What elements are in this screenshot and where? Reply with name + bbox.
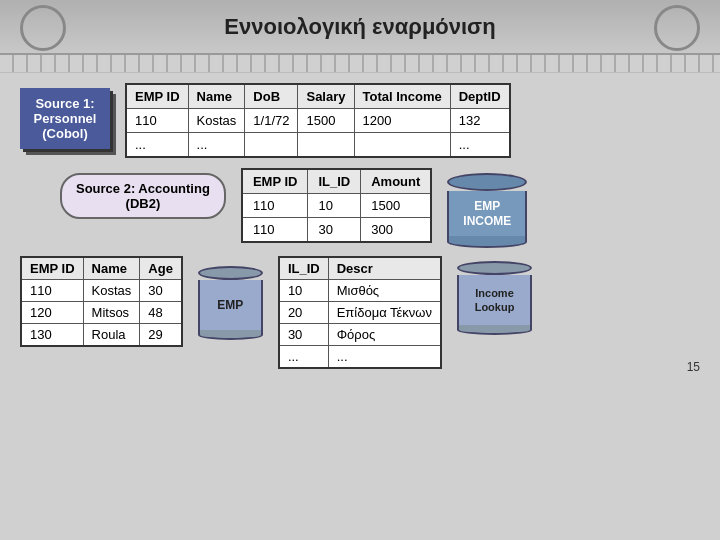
il-table-section: IL_ID Descr 10 Μισθός 20 Επίδομα Τέκνων … (278, 256, 442, 369)
table-row-dots: ... ... ... (126, 133, 510, 158)
col-deptid: DeptID (450, 84, 509, 109)
table-row: 110 10 1500 (242, 194, 431, 218)
table-row: 20 Επίδομα Τέκνων (279, 302, 441, 324)
col-amount: Amount (361, 169, 432, 194)
col-total-income: Total Income (354, 84, 450, 109)
table-row: 110 30 300 (242, 218, 431, 243)
table-row: 10 Μισθός (279, 280, 441, 302)
source1-table: EMP ID Name DoB Salary Total Income Dept… (125, 83, 511, 158)
income-lookup-cylinder: IncomeLookup (457, 261, 532, 335)
cyl-il-body: IncomeLookup (457, 275, 532, 325)
chain-decoration (0, 55, 720, 73)
source2-section: Source 2: Accounting (DB2) EMP ID IL_ID … (60, 168, 700, 248)
cyl-sm-body: EMP (198, 280, 263, 330)
col-name: Name (188, 84, 245, 109)
col-eid: EMP ID (21, 257, 83, 280)
table-row-dots: ... ... (279, 346, 441, 369)
col-ename: Name (83, 257, 140, 280)
table-row: 110 Kostas 30 (21, 280, 182, 302)
cylinder-bottom (447, 236, 527, 248)
page-title: Εννοιολογική εναρμόνιση (224, 14, 495, 40)
table-row: 30 Φόρος (279, 324, 441, 346)
table-row: 120 Mitsos 48 (21, 302, 182, 324)
bottom-row: EMP ID Name Age 110 Kostas 30 120 Mitsos… (20, 256, 700, 369)
source1-label: Source 1: Personnel (Cobol) (20, 88, 110, 149)
col-descr: Descr (328, 257, 441, 280)
il-table: IL_ID Descr 10 Μισθός 20 Επίδομα Τέκνων … (278, 256, 442, 369)
cyl-sm-bottom (198, 330, 263, 340)
emp-cyl-label: EMP (217, 298, 243, 312)
cyl-sm-top (198, 266, 263, 280)
cylinder-emp-income: EMPINCOME (447, 173, 527, 248)
cyl-il-top (457, 261, 532, 275)
top-bar: Εννοιολογική εναρμόνιση (0, 0, 720, 55)
income-lookup-label: IncomeLookup (475, 286, 515, 315)
source1-section: Source 1: Personnel (Cobol) EMP ID Name … (20, 83, 700, 158)
emp-small-table: EMP ID Name Age 110 Kostas 30 120 Mitsos… (20, 256, 183, 347)
col-age: Age (140, 257, 182, 280)
col-il-id2: IL_ID (279, 257, 328, 280)
emp-cylinder: EMP (198, 266, 263, 340)
col-emp-id: EMP ID (126, 84, 188, 109)
col-salary: Salary (298, 84, 354, 109)
cylinder-body: EMPINCOME (447, 191, 527, 236)
col-dob: DoB (245, 84, 298, 109)
table-row: 130 Roula 29 (21, 324, 182, 347)
page-number: 15 (687, 360, 700, 374)
source2-table: EMP ID IL_ID Amount 110 10 1500 110 30 3… (241, 168, 432, 243)
cyl-il-bottom (457, 325, 532, 335)
col-il-id: IL_ID (308, 169, 361, 194)
col-emp-id2: EMP ID (242, 169, 308, 194)
table-row: 110 Kostas 1/1/72 1500 1200 132 (126, 109, 510, 133)
main-content: Source 1: Personnel (Cobol) EMP ID Name … (0, 73, 720, 379)
emp-table-section: EMP ID Name Age 110 Kostas 30 120 Mitsos… (20, 256, 183, 347)
emp-income-label: EMPINCOME (463, 199, 511, 228)
emp-income-cylinder: EMPINCOME (447, 173, 527, 248)
source2-label: Source 2: Accounting (DB2) (60, 173, 226, 219)
cylinder-top (447, 173, 527, 191)
